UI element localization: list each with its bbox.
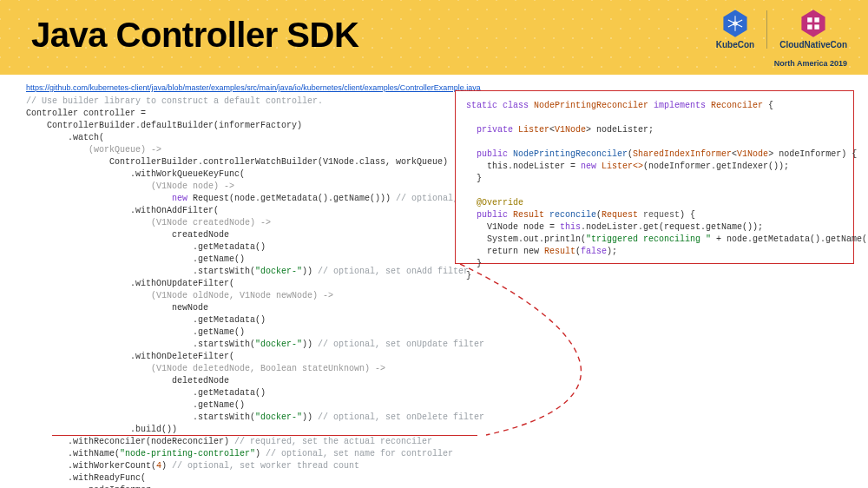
slide-header: Java Controller SDK KubeCon [0,0,868,75]
event-logos: KubeCon CloudNativeCon [716,9,847,49]
kubecon-label: KubeCon [716,40,754,49]
source-link[interactable]: https://github.com/kubernetes-client/jav… [26,83,481,92]
svg-rect-10 [814,17,819,22]
svg-marker-8 [802,10,825,36]
event-subtitle: North America 2019 [774,59,847,68]
kubecon-icon [720,9,750,38]
reconciler-underline [52,435,477,436]
svg-rect-9 [807,17,812,22]
logo-divider [766,10,767,49]
slide-title: Java Controller SDK [31,16,358,55]
cloudnativecon-icon [799,9,828,38]
with-reconciler-line: .withReconciler(nodeReconciler) [26,437,229,446]
reconciler-impl-code: static class NodePrintingReconciler impl… [455,90,854,264]
cloudnativecon-label: CloudNativeCon [779,40,847,49]
svg-rect-11 [807,24,812,29]
cloudnativecon-logo: CloudNativeCon [779,9,847,49]
kubecon-logo: KubeCon [716,9,754,49]
slide-body: https://github.com/kubernetes-client/jav… [0,75,868,488]
svg-rect-12 [814,24,819,29]
slide: Java Controller SDK KubeCon [0,0,868,488]
